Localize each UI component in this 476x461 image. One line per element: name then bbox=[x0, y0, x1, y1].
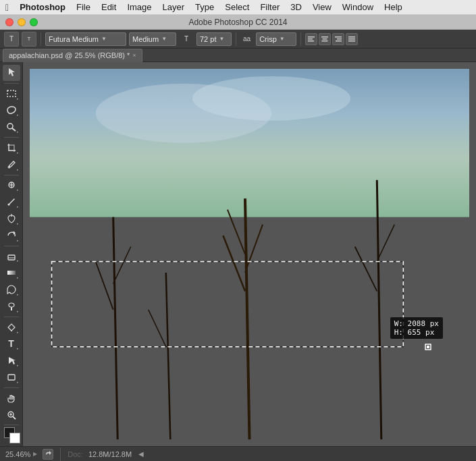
menu-window[interactable]: Window bbox=[338, 0, 377, 15]
separator-3 bbox=[300, 32, 301, 46]
background-color[interactable] bbox=[9, 433, 20, 443]
close-button[interactable] bbox=[5, 18, 14, 26]
apple-menu[interactable]:  bbox=[5, 2, 9, 13]
type-tool-icon[interactable]: T bbox=[4, 32, 19, 47]
align-left-button[interactable] bbox=[305, 33, 317, 45]
menu-filter[interactable]: Filter bbox=[256, 0, 284, 15]
antialiasing-dropdown[interactable]: Crisp ▼ bbox=[256, 32, 296, 46]
menu-type[interactable]: Type bbox=[191, 0, 218, 15]
font-size-input[interactable]: 72 pt ▼ bbox=[196, 32, 232, 46]
type-tool-icon2[interactable]: T bbox=[22, 32, 36, 47]
align-right-button[interactable] bbox=[332, 33, 344, 45]
zoom-value: 25.46% bbox=[5, 450, 30, 458]
tool-separator bbox=[4, 137, 19, 138]
chevron-down-icon: ▼ bbox=[161, 36, 167, 42]
menu-file[interactable]: File bbox=[72, 0, 95, 15]
svg-rect-25 bbox=[7, 271, 16, 275]
color-chips[interactable] bbox=[3, 427, 20, 443]
svg-rect-8 bbox=[336, 40, 342, 42]
menu-help[interactable]: Help bbox=[380, 0, 406, 15]
zoom-display: 25.46% ▶ bbox=[5, 450, 37, 458]
lasso-tool-button[interactable]: ▸ bbox=[3, 103, 20, 119]
shape-tool-button[interactable]: ▸ bbox=[3, 369, 20, 385]
minimize-button[interactable] bbox=[18, 18, 26, 26]
eyedropper-button[interactable]: ▸ bbox=[3, 157, 20, 173]
dodge-tool-button[interactable]: ▸ bbox=[3, 298, 20, 315]
svg-point-26 bbox=[9, 303, 14, 307]
blur-tool-button[interactable]: ▸ bbox=[3, 281, 20, 298]
zoom-tool-button[interactable] bbox=[3, 407, 20, 423]
eraser-button[interactable]: ▸ bbox=[3, 248, 20, 265]
svg-rect-1 bbox=[308, 38, 313, 40]
type-tool-button[interactable]: T ▸ bbox=[3, 336, 20, 352]
rectangular-marquee-button[interactable]: ▸ bbox=[3, 86, 20, 102]
svg-point-15 bbox=[7, 124, 13, 129]
maximize-button[interactable] bbox=[30, 18, 38, 26]
healing-brush-button[interactable]: ▸ bbox=[3, 178, 20, 194]
font-family-dropdown[interactable]: Futura Medium ▼ bbox=[45, 32, 126, 46]
tool-arrow-icon: ▸ bbox=[17, 205, 19, 209]
path-selection-button[interactable]: ▸ bbox=[3, 352, 20, 369]
canvas-area[interactable]: .marching-ants { fill: none; stroke: whi… bbox=[23, 62, 476, 446]
svg-rect-9 bbox=[348, 36, 355, 38]
tool-arrow-icon: ▸ bbox=[17, 113, 19, 117]
svg-line-52 bbox=[149, 310, 166, 347]
tool-arrow-icon: ▸ bbox=[17, 330, 19, 334]
svg-rect-13 bbox=[7, 90, 16, 97]
align-left-icon bbox=[308, 36, 315, 43]
menu-image[interactable]: Image bbox=[123, 0, 155, 15]
document-tab[interactable]: appalachian.psd @ 25.5% (RGB/8) * × bbox=[3, 49, 142, 62]
tool-arrow-icon: ▸ bbox=[17, 238, 19, 242]
hand-tool-button[interactable] bbox=[3, 390, 20, 406]
menu-3d[interactable]: 3D bbox=[286, 0, 306, 15]
options-bar: T T Futura Medium ▼ Medium ▼ T 72 pt ▼ a… bbox=[0, 30, 476, 49]
tool-arrow-icon: ▸ bbox=[17, 151, 19, 155]
align-buttons bbox=[305, 33, 358, 45]
antialiasing-label: aa bbox=[240, 35, 253, 43]
tool-arrow-icon: ▸ bbox=[17, 167, 19, 171]
crop-tool-button[interactable]: ▸ bbox=[3, 140, 20, 156]
align-justify-icon bbox=[348, 36, 355, 43]
menu-edit[interactable]: Edit bbox=[97, 0, 120, 15]
healing-brush-icon bbox=[7, 180, 16, 190]
clone-stamp-button[interactable]: ▸ bbox=[3, 211, 20, 227]
tool-arrow-icon: ▸ bbox=[17, 221, 19, 225]
tab-close-button[interactable]: × bbox=[132, 52, 136, 59]
svg-rect-11 bbox=[348, 40, 355, 42]
svg-line-16 bbox=[12, 128, 16, 131]
svg-line-32 bbox=[13, 416, 16, 419]
main-area: ▸ ▸ ▸ ▸ ▸ bbox=[0, 62, 476, 446]
svg-line-44 bbox=[245, 198, 250, 439]
menu-view[interactable]: View bbox=[309, 0, 336, 15]
svg-rect-5 bbox=[322, 40, 328, 42]
gradient-tool-button[interactable]: ▸ bbox=[3, 265, 20, 281]
tool-arrow-icon: ▸ bbox=[17, 363, 19, 367]
quick-select-button[interactable]: ▸ bbox=[3, 119, 20, 135]
separator-2 bbox=[236, 32, 236, 46]
canvas-rotate-button[interactable] bbox=[43, 449, 53, 460]
menu-select[interactable]: Select bbox=[221, 0, 253, 15]
font-style-dropdown[interactable]: Medium ▼ bbox=[129, 32, 176, 46]
tool-arrow-icon: ▸ bbox=[17, 380, 19, 384]
svg-line-49 bbox=[96, 261, 113, 309]
svg-rect-2 bbox=[308, 40, 314, 42]
tool-separator bbox=[4, 387, 19, 388]
blur-tool-icon bbox=[7, 285, 16, 294]
tool-arrow-icon: ▸ bbox=[17, 130, 19, 134]
tool-separator bbox=[4, 83, 19, 84]
history-brush-button[interactable]: ▸ bbox=[3, 227, 20, 244]
brush-tool-button[interactable]: ▸ bbox=[3, 194, 20, 210]
doc-value: 12.8M/12.8M bbox=[88, 450, 132, 458]
landscape-svg bbox=[30, 69, 469, 439]
menu-photoshop[interactable]: Photoshop bbox=[16, 0, 70, 15]
move-tool-button[interactable] bbox=[3, 65, 20, 81]
svg-point-21 bbox=[7, 204, 9, 206]
status-separator bbox=[60, 448, 61, 461]
align-center-button[interactable] bbox=[319, 33, 331, 45]
nav-prev-button[interactable]: ◀ bbox=[137, 450, 145, 458]
pen-tool-button[interactable]: ▸ bbox=[3, 319, 20, 335]
svg-rect-10 bbox=[348, 38, 355, 40]
pen-tool-icon bbox=[7, 323, 16, 332]
menu-layer[interactable]: Layer bbox=[159, 0, 189, 15]
align-justify-button[interactable] bbox=[346, 33, 358, 45]
